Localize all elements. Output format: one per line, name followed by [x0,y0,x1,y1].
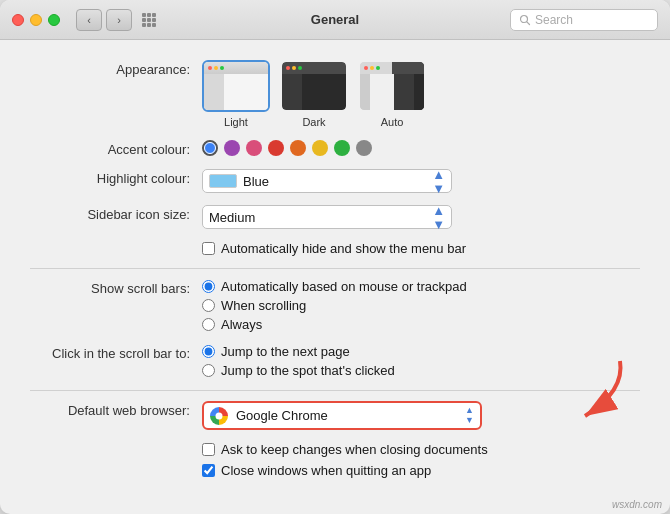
svg-rect-6 [142,23,146,27]
svg-line-10 [527,21,530,24]
accent-red[interactable] [268,140,284,156]
maximize-button[interactable] [48,14,60,26]
light-thumb [202,60,270,112]
scroll-bars-always[interactable]: Always [202,317,467,332]
forward-button[interactable]: › [106,9,132,31]
system-preferences-window: ‹ › General Se [0,0,670,514]
chrome-icon [210,407,228,425]
auto-thumb [358,60,426,112]
light-label: Light [224,116,248,128]
back-button[interactable]: ‹ [76,9,102,31]
svg-rect-8 [152,23,156,27]
accent-orange[interactable] [290,140,306,156]
highlight-colour-row: Highlight colour: Blue ▲ ▼ [30,169,640,193]
default-browser-value: Google Chrome [236,408,457,423]
accent-colour-label: Accent colour: [30,140,190,157]
scroll-bars-auto-label: Automatically based on mouse or trackpad [221,279,467,294]
highlight-colour-arrows: ▲ ▼ [432,168,445,195]
traffic-lights [12,14,60,26]
accent-colour-row: Accent colour: [30,140,640,157]
watermark: wsxdn.com [612,499,662,510]
svg-rect-0 [142,13,146,17]
dark-thumb [280,60,348,112]
scroll-bars-auto-radio[interactable] [202,280,215,293]
nav-buttons: ‹ › [76,9,132,31]
click-scroll-spot[interactable]: Jump to the spot that's clicked [202,363,395,378]
default-browser-row: Default web browser: Google Chrome ▲ ▼ [30,401,640,430]
accent-pink[interactable] [246,140,262,156]
default-browser-content: Google Chrome ▲ ▼ [202,401,640,430]
ask-keep-changes-wrap[interactable]: Ask to keep changes when closing documen… [202,442,640,457]
close-button[interactable] [12,14,24,26]
close-windows-label: Close windows when quitting an app [221,463,431,478]
sidebar-icon-select[interactable]: Medium ▲ ▼ [202,205,452,229]
scroll-bars-radio-group: Automatically based on mouse or trackpad… [202,279,467,332]
default-browser-arrows: ▲ ▼ [465,406,474,425]
auto-label: Auto [381,116,404,128]
sidebar-icon-content: Medium ▲ ▼ [202,205,640,229]
highlight-colour-content: Blue ▲ ▼ [202,169,640,193]
click-scroll-next-label: Jump to the next page [221,344,350,359]
minimize-button[interactable] [30,14,42,26]
click-scroll-radio-group: Jump to the next page Jump to the spot t… [202,344,395,378]
dark-label: Dark [302,116,325,128]
click-scroll-row: Click in the scroll bar to: Jump to the … [30,344,640,378]
ask-keep-changes-checkbox[interactable] [202,443,215,456]
svg-rect-4 [147,18,151,22]
appearance-dark[interactable]: Dark [280,60,348,128]
scroll-bars-label: Show scroll bars: [30,279,190,296]
default-browser-label: Default web browser: [30,401,190,418]
highlight-colour-select[interactable]: Blue ▲ ▼ [202,169,452,193]
appearance-label: Appearance: [30,60,190,77]
appearance-options: Light [202,60,640,128]
scroll-bars-row: Show scroll bars: Automatically based on… [30,279,640,332]
click-scroll-spot-label: Jump to the spot that's clicked [221,363,395,378]
scroll-bars-auto[interactable]: Automatically based on mouse or trackpad [202,279,467,294]
sidebar-icon-row: Sidebar icon size: Medium ▲ ▼ [30,205,640,229]
scroll-bars-scrolling-radio[interactable] [202,299,215,312]
click-scroll-spot-radio[interactable] [202,364,215,377]
svg-rect-5 [152,18,156,22]
menu-bar-label [30,241,190,243]
appearance-light[interactable]: Light [202,60,270,128]
click-scroll-label: Click in the scroll bar to: [30,344,190,361]
search-box[interactable]: Search [510,9,658,31]
scroll-bars-scrolling[interactable]: When scrolling [202,298,467,313]
highlight-colour-value: Blue [243,174,432,189]
menu-bar-checkbox-label: Automatically hide and show the menu bar [221,241,466,256]
back-icon: ‹ [87,14,91,26]
appearance-auto[interactable]: Auto [358,60,426,128]
accent-blue[interactable] [202,140,218,156]
scroll-bars-always-label: Always [221,317,262,332]
svg-rect-3 [142,18,146,22]
accent-colour-options [202,140,640,156]
menu-bar-checkbox[interactable] [202,242,215,255]
accent-yellow[interactable] [312,140,328,156]
ask-keep-changes-label: Ask to keep changes when closing documen… [221,442,488,457]
menu-bar-checkbox-wrap[interactable]: Automatically hide and show the menu bar [202,241,466,256]
bottom-checkboxes: Ask to keep changes when closing documen… [30,442,640,478]
close-windows-checkbox[interactable] [202,464,215,477]
scroll-bars-always-radio[interactable] [202,318,215,331]
appearance-row: Appearance: [30,60,640,128]
forward-icon: › [117,14,121,26]
default-browser-select[interactable]: Google Chrome ▲ ▼ [202,401,482,430]
accent-graphite[interactable] [356,140,372,156]
click-scroll-next[interactable]: Jump to the next page [202,344,395,359]
search-placeholder: Search [535,13,573,27]
grid-icon [141,12,157,28]
menu-bar-content: Automatically hide and show the menu bar [202,241,640,256]
window-title: General [311,12,359,27]
scroll-bars-scrolling-label: When scrolling [221,298,306,313]
titlebar: ‹ › General Se [0,0,670,40]
search-icon [519,14,531,26]
accent-purple[interactable] [224,140,240,156]
close-windows-wrap[interactable]: Close windows when quitting an app [202,463,640,478]
sidebar-icon-value: Medium [209,210,432,225]
grid-button[interactable] [136,9,162,31]
sidebar-icon-label: Sidebar icon size: [30,205,190,222]
scroll-bars-options: Automatically based on mouse or trackpad… [202,279,640,332]
accent-green[interactable] [334,140,350,156]
click-scroll-next-radio[interactable] [202,345,215,358]
svg-rect-7 [147,23,151,27]
